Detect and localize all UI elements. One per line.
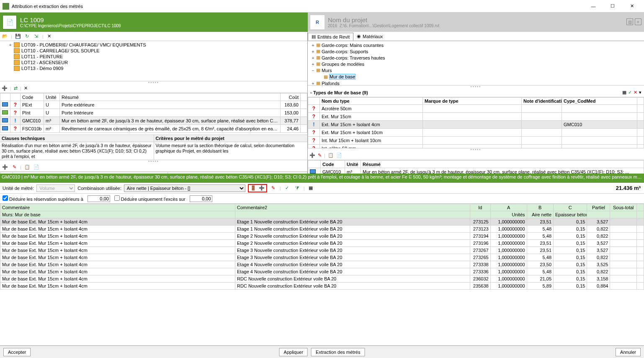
refresh-icon[interactable]: ↻: [24, 33, 31, 40]
accept-button[interactable]: Accepter: [3, 348, 31, 356]
x-icon[interactable]: ✕: [634, 90, 637, 95]
save-icon[interactable]: 💾: [15, 33, 21, 40]
paste-icon[interactable]: 📄: [336, 153, 342, 158]
tab-entities[interactable]: ▤Entités de Revit: [308, 33, 353, 41]
grid-row[interactable]: Mur de base Ext. Mur 15cm + Isolant 4cmE…: [0, 261, 644, 268]
lot-item[interactable]: LOT13 - Démo 0909: [2, 65, 306, 71]
th-resume[interactable]: Résumé: [361, 161, 644, 168]
door-icon[interactable]: 🚪: [250, 184, 257, 192]
th-unite[interactable]: Unité: [44, 93, 60, 101]
tree-node[interactable]: +▦Groupes de modèles: [309, 61, 642, 67]
expand-icon[interactable]: +: [311, 55, 315, 60]
add-icon[interactable]: ➕: [2, 86, 8, 91]
export-icon[interactable]: ⇲: [33, 33, 40, 40]
th-a[interactable]: A: [490, 204, 527, 211]
grid-row[interactable]: Mur de base Ext. Mur 15cm + Isolant 4cmR…: [0, 275, 644, 283]
grid-icon[interactable]: ▦: [622, 90, 626, 95]
grid-row[interactable]: Mur de base Ext. Mur 15cm + Isolant 4cmE…: [0, 247, 644, 254]
deduct-excess-check[interactable]: Déduire uniquement l'excès sur: [114, 195, 185, 202]
link-icon[interactable]: ⇄: [14, 86, 18, 91]
copy-icon[interactable]: 📋: [328, 153, 334, 158]
menu-icon[interactable]: ≡: [635, 18, 641, 25]
revit-tree[interactable]: +▦Garde-corps: Mains courantes+▦Garde-co…: [308, 41, 644, 86]
code-row[interactable]: ? PIntUPorte Intérieure153,00: [0, 109, 307, 117]
right-entity-row[interactable]: GMC010 m³ Mur en béton armé 2F, de jusqu…: [308, 168, 644, 174]
combi-select[interactable]: Aire nette | Epaisseur béton - []: [124, 184, 245, 192]
type-row[interactable]: ? Acrotère 50cm: [308, 105, 644, 113]
tree-node[interactable]: −▦Murs: [309, 67, 642, 73]
grid-row[interactable]: Mur de base Ext. Mur 15cm + Isolant 4cmE…: [0, 233, 644, 240]
lot-item[interactable]: LOT11 - PEINTURE: [2, 54, 306, 60]
grid-row[interactable]: Mur de base Ext. Mur 15cm + Isolant 4cmE…: [0, 218, 644, 226]
edit-icon[interactable]: ✎: [318, 153, 322, 158]
th-code[interactable]: Code: [321, 161, 345, 168]
edit-entity-icon[interactable]: ✎: [11, 164, 18, 171]
type-row[interactable]: ? Int. Mur 15cm + Isolant 10cm: [308, 137, 644, 145]
code-row[interactable]: ! GMC010m³Mur en béton armé 2F, de jusqu…: [0, 117, 307, 125]
expand-icon[interactable]: +: [311, 49, 315, 54]
deduct-reservation-check[interactable]: Déduire les réservation supérieurs à: [3, 195, 83, 202]
code-row[interactable]: ? PExtUPorte extérieure183,60: [0, 101, 307, 109]
expand-icon[interactable]: [319, 74, 322, 79]
th-b[interactable]: B: [527, 204, 554, 211]
add-param-icon[interactable]: ➕: [258, 184, 265, 192]
grid-row[interactable]: Mur de base Ext. Mur 15cm + Isolant 4cmR…: [0, 283, 644, 290]
th-comment[interactable]: Commentaire: [0, 204, 235, 211]
th-id[interactable]: Id: [470, 204, 491, 211]
th-type-name[interactable]: Nom du type: [320, 98, 423, 105]
type-row[interactable]: ? Ext. Mur 15cm + Isolant 10cm: [308, 129, 644, 137]
extract-button[interactable]: Extraction des métrés: [311, 348, 365, 356]
add-entity-icon[interactable]: ➕: [2, 164, 8, 171]
deduct-reservation-value[interactable]: [88, 195, 110, 202]
type-row[interactable]: ! Ext. Mur 15cm + Isolant 4cmGMC010: [308, 121, 644, 129]
th-subtotal[interactable]: Sous-total: [610, 204, 637, 211]
th-unite[interactable]: Unité: [345, 161, 361, 168]
maximize-button[interactable]: ☐: [603, 0, 622, 13]
lot-tree[interactable]: +LOT09 - PLOMBERIE/ CHAUFFAGE/ VMC/ EQUI…: [0, 41, 307, 81]
grid-row[interactable]: Mur de base Ext. Mur 15cm + Isolant 4cmE…: [0, 226, 644, 233]
tree-node[interactable]: +▦Garde-corps: Mains courantes: [309, 42, 642, 48]
lot-item[interactable]: LOT10 - CARRELAGE/ SOL SOUPLE: [2, 48, 306, 54]
apply-button[interactable]: Appliquer: [279, 348, 308, 356]
grid-row[interactable]: Mur de base Ext. Mur 15cm + Isolant 4cmE…: [0, 254, 644, 261]
th-c[interactable]: C: [554, 204, 587, 211]
tab-materials[interactable]: ◉Matériaux: [353, 33, 386, 40]
tree-node[interactable]: +▦Garde-corps: Traverses hautes: [309, 54, 642, 61]
paste-entity-icon[interactable]: 📄: [33, 164, 40, 171]
deduct-excess-value[interactable]: [190, 195, 212, 202]
cancel-button[interactable]: Annuler: [616, 348, 641, 356]
dropdown-icon[interactable]: ▾: [639, 90, 641, 95]
th-code[interactable]: Code: [21, 93, 44, 101]
minimize-button[interactable]: —: [584, 0, 603, 13]
expand-icon[interactable]: +: [311, 62, 315, 67]
layout-icon[interactable]: ▥: [626, 18, 633, 25]
remove-icon[interactable]: ✕: [24, 86, 28, 91]
right-entity-table[interactable]: Code Unité Résumé GMC010 m³ Mur en béton…: [308, 160, 644, 174]
th-resume[interactable]: Résumé: [60, 93, 281, 101]
expand-icon[interactable]: −: [311, 68, 315, 73]
tree-node[interactable]: +▦Garde-corps: Supports: [309, 48, 642, 54]
add-icon[interactable]: ➕: [309, 153, 315, 158]
types-table[interactable]: Nom du type Marque de type Note d'identi…: [308, 97, 644, 148]
th-partial[interactable]: Partiel: [587, 204, 610, 211]
close-button[interactable]: ✕: [622, 0, 641, 13]
accept-icon[interactable]: ✓: [283, 184, 291, 192]
code-row[interactable]: ? FSC010bm²Revêtement de carreaux cérami…: [0, 125, 307, 133]
code-table[interactable]: Code Unité Résumé Coût ? PExtUPorte exté…: [0, 93, 307, 133]
lot-item[interactable]: +LOT09 - PLOMBERIE/ CHAUFFAGE/ VMC/ EQUI…: [2, 42, 306, 48]
th-comment2[interactable]: Commentaire2: [235, 204, 470, 211]
th-cout[interactable]: Coût: [281, 93, 301, 101]
folder-open-icon[interactable]: 📂: [2, 33, 8, 40]
delete-icon[interactable]: ✕: [46, 33, 53, 40]
lot-item[interactable]: LOT12 - ASCENSEUR: [2, 60, 306, 65]
measurements-grid[interactable]: Commentaire Commentaire2 Id A B C Partie…: [0, 204, 644, 290]
tree-node[interactable]: ▦Mur de base: [309, 73, 642, 80]
th-note[interactable]: Note d'identification: [522, 98, 562, 105]
expand-icon[interactable]: +: [311, 43, 315, 48]
unite-select[interactable]: Volume: [36, 184, 75, 192]
filter-icon[interactable]: ⧩: [294, 184, 301, 192]
edit-icon[interactable]: ✎: [270, 184, 277, 192]
copy-entity-icon[interactable]: 📋: [24, 164, 31, 171]
grid-row[interactable]: Mur de base Ext. Mur 15cm + Isolant 4cmE…: [0, 240, 644, 247]
grid-row[interactable]: Mur de base Ext. Mur 15cm + Isolant 4cmE…: [0, 268, 644, 275]
